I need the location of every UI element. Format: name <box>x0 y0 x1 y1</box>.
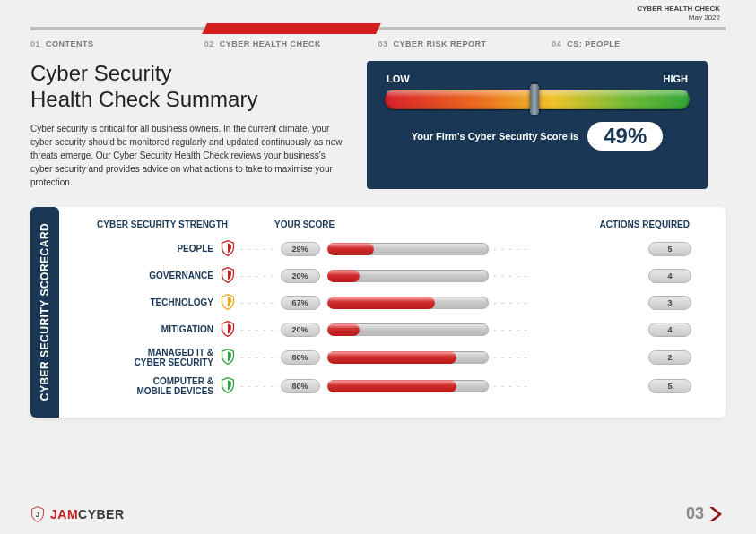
scorecard-row: TECHNOLOGY - - - - - 67% - - - - - 3 <box>68 294 708 312</box>
tab-health-check[interactable]: 02CYBER HEALTH CHECK <box>204 39 378 48</box>
progress-bar <box>30 23 726 34</box>
header-actions: ACTIONS REQUIRED <box>490 220 708 229</box>
score-pill: 80% <box>281 350 320 365</box>
dash-divider: - - - - - <box>235 298 281 307</box>
dash-divider: - - - - - <box>489 271 534 280</box>
gauge-low-label: LOW <box>387 73 410 84</box>
row-name: MANAGED IT &CYBER SECURITY <box>68 348 221 367</box>
score-pill: 20% <box>281 269 320 283</box>
score-pill: 67% <box>281 296 320 310</box>
tab-cs-people[interactable]: 04CS: PEOPLE <box>552 39 726 48</box>
dash-divider: - - - - - <box>489 353 534 362</box>
row-name: PEOPLE <box>68 244 221 254</box>
row-name: GOVERNANCE <box>68 271 221 280</box>
shield-icon <box>221 349 235 366</box>
scorecard-row: COMPUTER &MOBILE DEVICES - - - - - 80% -… <box>68 376 708 396</box>
score-bar <box>327 297 489 309</box>
scorecard-panel: CYBER SECURITY SCORECARD CYBER SECURITY … <box>30 207 726 418</box>
scorecard-row: PEOPLE - - - - - 29% - - - - - 5 <box>68 240 708 258</box>
page-number: 03 <box>686 504 726 523</box>
score-caption: Your Firm's Cyber Security Score is <box>412 131 578 142</box>
dash-divider: - - - - - <box>235 325 281 334</box>
dash-divider: - - - - - <box>235 353 281 362</box>
score-pill: 80% <box>281 379 320 393</box>
dash-divider: - - - - - <box>489 298 534 307</box>
svg-text:J: J <box>36 510 39 518</box>
score-bar <box>327 323 489 336</box>
dash-divider: - - - - - <box>235 382 281 391</box>
scorecard-row: MITIGATION - - - - - 20% - - - - - 4 <box>68 321 708 339</box>
actions-pill: 4 <box>648 323 691 337</box>
description: Cyber security is critical for all busin… <box>30 122 349 189</box>
score-pill: 29% <box>281 242 320 256</box>
tab-contents[interactable]: 01CONTENTS <box>30 39 204 48</box>
section-tabs: 01CONTENTS 02CYBER HEALTH CHECK 03CYBER … <box>30 39 726 48</box>
row-name: COMPUTER &MOBILE DEVICES <box>68 376 221 396</box>
gauge-high-label: HIGH <box>664 73 689 84</box>
row-name: MITIGATION <box>68 324 221 334</box>
shield-icon <box>221 267 235 285</box>
score-bar <box>327 380 489 392</box>
brand-logo: J JAMCYBER <box>30 506 125 522</box>
scorecard-row: MANAGED IT &CYBER SECURITY - - - - - 80%… <box>68 348 708 367</box>
dash-divider: - - - - - <box>235 245 281 254</box>
score-pill: 20% <box>281 323 320 337</box>
score-gauge-panel: LOW HIGH Your Firm's Cyber Security Scor… <box>367 61 708 189</box>
header-strength: CYBER SECURITY STRENGTH <box>68 220 256 229</box>
risk-gauge <box>385 90 690 109</box>
page-title: Cyber SecurityHealth Check Summary <box>30 61 349 113</box>
shield-icon <box>221 377 235 395</box>
gauge-needle <box>530 84 539 115</box>
dash-divider: - - - - - <box>235 271 281 280</box>
dash-divider: - - - - - <box>489 245 534 254</box>
dash-divider: - - - - - <box>489 325 534 334</box>
actions-pill: 3 <box>648 296 691 310</box>
actions-pill: 2 <box>648 350 691 365</box>
shield-icon <box>221 321 235 339</box>
actions-pill: 4 <box>648 269 691 283</box>
header-right: CYBER HEALTH CHECK May 2022 <box>637 4 720 22</box>
chevron-right-icon <box>708 505 726 523</box>
score-value-pill: 49% <box>587 122 663 151</box>
tab-risk-report[interactable]: 03CYBER RISK REPORT <box>378 39 552 48</box>
actions-pill: 5 <box>648 379 691 393</box>
score-bar <box>327 351 489 364</box>
scorecard-row: GOVERNANCE - - - - - 20% - - - - - 4 <box>68 267 708 285</box>
score-bar <box>327 270 489 282</box>
shield-icon <box>221 240 235 258</box>
row-name: TECHNOLOGY <box>68 297 221 307</box>
header-your-score: YOUR SCORE <box>256 220 490 229</box>
dash-divider: - - - - - <box>489 382 534 391</box>
scorecard-side-label: CYBER SECURITY SCORECARD <box>30 207 59 418</box>
score-bar <box>327 243 489 255</box>
actions-pill: 5 <box>648 242 691 256</box>
shield-icon <box>221 294 235 312</box>
logo-shield-icon: J <box>30 506 45 522</box>
